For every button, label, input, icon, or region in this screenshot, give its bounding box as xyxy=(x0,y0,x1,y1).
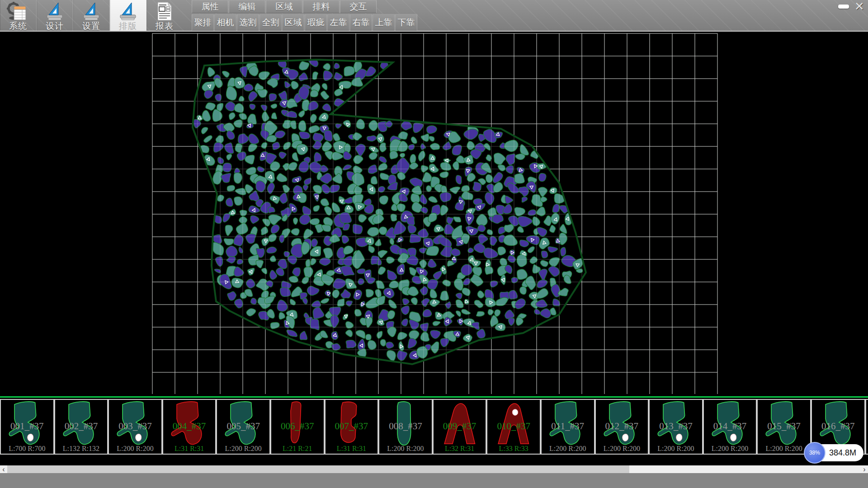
tab-report[interactable]: 报表 xyxy=(146,0,183,31)
tool-camera[interactable]: 相机 xyxy=(214,14,236,31)
piece-lr-label: L:200 R:200 xyxy=(109,445,161,453)
scroll-left-arrow[interactable]: ‹ xyxy=(0,465,7,473)
piece-lr-label: L:31 R:31 xyxy=(163,445,216,453)
piece-lr-label: L:200 R:200 xyxy=(596,445,648,453)
piece-thumbnail[interactable]: 006_#37L:21 R:21 xyxy=(270,399,325,455)
piece-thumbnail[interactable]: 011_#37L:200 R:200 xyxy=(541,399,595,455)
piece-lr-label: L: xyxy=(866,445,868,453)
tool-defect[interactable]: 瑕疵 xyxy=(305,14,327,31)
piece-thumbnail[interactable]: 014_#37L:200 R:200 xyxy=(703,399,757,455)
piece-thumbnail[interactable]: 003_#37L:200 R:200 xyxy=(108,399,162,455)
piece-id-label: 001_#37 xyxy=(1,421,53,432)
layout-icon xyxy=(117,1,139,22)
strip-separator-line xyxy=(0,396,868,398)
application-window: 系统 设计 设置 xyxy=(0,0,868,488)
scroll-right-arrow[interactable]: › xyxy=(861,465,868,473)
piece-thumbnail-strip: 001_#37L:700 R:700 002_#37L:132 R:132 00… xyxy=(0,399,868,455)
nesting-canvas[interactable] xyxy=(0,32,868,396)
piece-thumbnail[interactable]: 001_#37L:700 R:700 xyxy=(0,399,54,455)
close-button[interactable]: ✕ xyxy=(852,1,867,11)
piece-id-label: 012_#37 xyxy=(596,421,648,432)
piece-lr-label: L:200 R:200 xyxy=(217,445,269,453)
piece-id-label: 006_#37 xyxy=(271,421,324,432)
piece-lr-label: L:700 R:700 xyxy=(1,445,53,453)
tool-select-cut[interactable]: 选割 xyxy=(237,14,259,31)
tab-system[interactable]: 系统 xyxy=(0,0,37,31)
tab-report-label: 报表 xyxy=(146,22,183,31)
piece-id-label: 007_#37 xyxy=(326,421,378,432)
tab-design-label: 设计 xyxy=(37,22,73,31)
piece-id-label: 016_#37 xyxy=(812,421,864,432)
piece-id-label: 009_#37 xyxy=(434,421,486,432)
piece-lr-label: L:33 R:33 xyxy=(487,445,540,453)
piece-id-label: 010_#37 xyxy=(487,421,540,432)
tab-layout[interactable]: 排版 xyxy=(110,0,146,31)
tab-layout-label: 排版 xyxy=(110,22,146,31)
system-icon xyxy=(7,1,29,22)
piece-id-label: 002_#37 xyxy=(55,421,108,432)
tool-snap-bottom[interactable]: 下靠 xyxy=(395,14,417,31)
menu-region[interactable]: 区域 xyxy=(266,0,302,13)
menu-edit[interactable]: 编辑 xyxy=(229,0,265,13)
piece-thumbnail[interactable]: 002_#37L:132 R:132 xyxy=(54,399,108,455)
settings-icon xyxy=(80,1,103,22)
piece-id-label: 008_#37 xyxy=(379,421,432,432)
status-bar xyxy=(0,473,868,488)
progress-percent: 38% xyxy=(809,450,820,456)
piece-id-label: 015_#37 xyxy=(758,421,810,432)
design-icon xyxy=(43,1,66,22)
piece-lr-label: L:200 R:200 xyxy=(758,445,810,453)
piece-thumbnail[interactable]: 009_#37L:32 R:31 xyxy=(433,399,487,455)
menu-properties[interactable]: 属性 xyxy=(192,0,228,13)
tool-row: 聚排 相机 选割 全割 区域 瑕疵 左靠 右靠 上靠 下靠 xyxy=(192,14,418,31)
piece-thumbnail[interactable]: 010_#37L:33 R:33 xyxy=(486,399,541,455)
menu-row: 属性 编辑 区域 排料 交互 xyxy=(192,0,377,14)
tool-snap-right[interactable]: 右靠 xyxy=(350,14,372,31)
scrollbar-thumb[interactable] xyxy=(7,465,629,473)
menu-interaction[interactable]: 交互 xyxy=(340,0,377,13)
tab-settings[interactable]: 设置 xyxy=(73,0,110,31)
piece-lr-label: L:132 R:132 xyxy=(55,445,108,453)
piece-id-label: 014_#37 xyxy=(704,421,756,432)
tab-settings-label: 设置 xyxy=(73,22,109,31)
menu-nesting[interactable]: 排料 xyxy=(303,0,340,13)
tool-cluster-nest[interactable]: 聚排 xyxy=(192,14,214,31)
tab-design[interactable]: 设计 xyxy=(37,0,73,31)
piece-lr-label: L:200 R:200 xyxy=(379,445,432,453)
piece-lr-label: L:31 R:31 xyxy=(326,445,378,453)
tool-snap-left[interactable]: 左靠 xyxy=(327,14,349,31)
piece-thumbnail[interactable]: 007_#37L:31 R:31 xyxy=(325,399,379,455)
piece-lr-label: L:200 R:200 xyxy=(704,445,756,453)
piece-id-label: 004_#37 xyxy=(163,421,216,432)
minimize-icon xyxy=(838,5,849,9)
tab-system-label: 系统 xyxy=(0,22,36,31)
piece-thumbnail[interactable]: 005_#37L:200 R:200 xyxy=(216,399,270,455)
report-icon xyxy=(153,1,176,22)
tool-snap-top[interactable]: 上靠 xyxy=(373,14,395,31)
piece-lr-label: L:200 R:200 xyxy=(542,445,594,453)
piece-thumbnail[interactable]: L: xyxy=(865,399,868,455)
piece-id-label: 013_#37 xyxy=(650,421,702,432)
minimize-button[interactable] xyxy=(836,1,851,11)
horizontal-scrollbar[interactable]: ‹ › xyxy=(0,465,868,473)
close-icon: ✕ xyxy=(854,0,864,14)
piece-id-label: 011_#37 xyxy=(542,421,594,432)
piece-id-label: 005_#37 xyxy=(217,421,269,432)
piece-thumbnail[interactable]: 008_#37L:200 R:200 xyxy=(378,399,433,455)
memory-value: 384.8M xyxy=(829,448,856,458)
piece-lr-label: L:32 R:31 xyxy=(434,445,486,453)
piece-thumbnail[interactable]: 015_#37L:200 R:200 xyxy=(757,399,811,455)
memory-indicator: 38% 384.8M xyxy=(806,444,863,461)
tool-cut-all[interactable]: 全割 xyxy=(259,14,282,31)
tool-region[interactable]: 区域 xyxy=(282,14,304,31)
piece-thumbnail[interactable]: 013_#37L:200 R:200 xyxy=(649,399,703,455)
piece-lr-label: L:21 R:21 xyxy=(271,445,324,453)
piece-thumbnail[interactable]: 004_#37L:31 R:31 xyxy=(162,399,217,455)
top-toolbar: 系统 设计 设置 xyxy=(0,0,868,32)
piece-lr-label: L:200 R:200 xyxy=(650,445,702,453)
progress-circle: 38% xyxy=(804,442,826,464)
piece-id-label: 003_#37 xyxy=(109,421,161,432)
piece-thumbnail[interactable]: 012_#37L:200 R:200 xyxy=(595,399,649,455)
